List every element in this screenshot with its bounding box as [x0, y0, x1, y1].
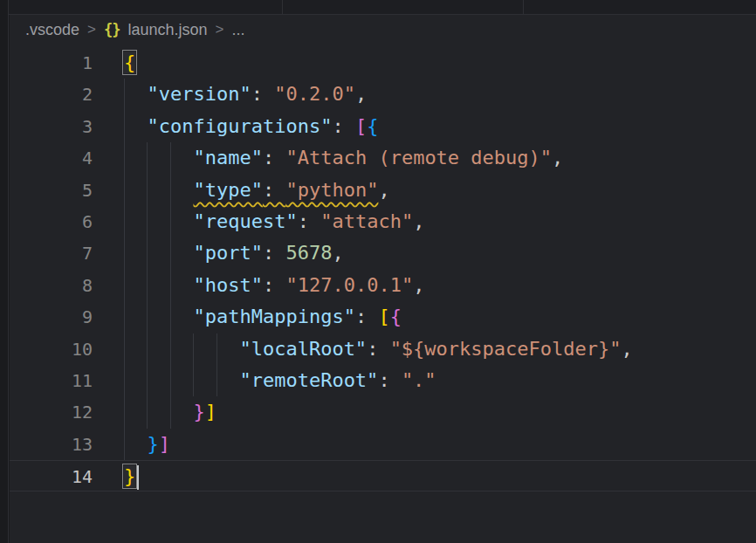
code-token: : — [263, 274, 286, 296]
code-token: [ — [378, 306, 389, 327]
line-number[interactable]: 8 — [10, 270, 93, 301]
code-line-text[interactable]: }] — [93, 396, 216, 428]
line-number[interactable]: 14 — [10, 461, 93, 491]
line-number[interactable]: 4 — [10, 142, 93, 174]
code-token: ] — [159, 433, 170, 455]
code-line-text[interactable]: } — [93, 461, 139, 491]
code-token: : — [332, 115, 355, 137]
code-token: "attach" — [320, 210, 413, 232]
code-token: "name" — [193, 147, 262, 168]
code-token: "version" — [147, 83, 251, 105]
editor-pane: .vscode > {} launch.json > ... 1{2"versi… — [10, 15, 756, 543]
code-line-2[interactable]: 2"version": "0.2.0", — [10, 79, 756, 110]
indent-guide — [193, 333, 216, 365]
code-token: "localRoot" — [239, 338, 367, 360]
code-token: 5678 — [285, 242, 332, 264]
indent-guide — [170, 142, 193, 174]
code-line-14[interactable]: 14} — [10, 460, 756, 491]
code-token: , — [413, 210, 424, 232]
code-token: } — [147, 433, 158, 455]
indent-guide — [170, 175, 193, 206]
code-line-3[interactable]: 3"configurations": [{ — [10, 111, 756, 142]
code-token: , — [355, 83, 367, 105]
code-line-text[interactable]: "type": "python", — [93, 175, 390, 206]
line-number[interactable]: 11 — [10, 365, 93, 396]
matched-bracket: } — [124, 465, 135, 487]
indent-guide — [124, 396, 147, 428]
warning-squiggle: "type": "python" — [193, 179, 378, 201]
code-token: : — [263, 242, 286, 264]
line-number[interactable]: 9 — [10, 301, 93, 333]
chevron-right-icon: > — [87, 21, 96, 38]
vscode-window: { "window": { "tabbar_dividers_x": [313,… — [0, 0, 756, 543]
code-token: { — [367, 115, 378, 137]
code-line-1[interactable]: 1{ — [10, 47, 756, 79]
code-line-text[interactable]: { — [93, 47, 135, 79]
code-line-13[interactable]: 13}] — [10, 429, 756, 460]
indent-guide — [147, 206, 169, 237]
indent-guide — [147, 175, 169, 206]
indent-guide — [124, 111, 147, 142]
code-token: [ — [355, 115, 367, 137]
indent-guide — [124, 206, 147, 237]
line-number[interactable]: 1 — [10, 47, 93, 79]
code-line-11[interactable]: 11"remoteRoot": "." — [10, 365, 756, 396]
code-line-text[interactable]: "request": "attach", — [93, 206, 424, 237]
code-line-text[interactable]: "version": "0.2.0", — [93, 79, 367, 110]
line-number[interactable]: 5 — [10, 175, 93, 206]
code-line-text[interactable]: "port": 5678, — [93, 237, 344, 269]
breadcrumb-item-vscode[interactable]: .vscode — [25, 21, 79, 39]
indent-guide — [124, 333, 147, 365]
code-line-text[interactable]: "remoteRoot": "." — [93, 365, 436, 396]
line-number[interactable]: 7 — [10, 237, 93, 269]
code-token: "127.0.0.1" — [285, 274, 413, 296]
code-token: : — [263, 179, 286, 201]
code-token: "host" — [193, 274, 262, 296]
code-token: "${workspaceFolder}" — [390, 338, 622, 360]
code-line-4[interactable]: 4"name": "Attach (remote debug)", — [10, 142, 756, 174]
code-token: : — [263, 147, 286, 168]
code-line-text[interactable]: }] — [93, 429, 170, 460]
line-number[interactable]: 6 — [10, 206, 93, 237]
indent-guide — [170, 365, 193, 396]
code-line-text[interactable]: "host": "127.0.0.1", — [93, 270, 424, 301]
code-token: "remoteRoot" — [239, 369, 378, 391]
code-line-5[interactable]: 5"type": "python", — [10, 175, 756, 206]
line-number[interactable]: 10 — [10, 333, 93, 365]
code-token: : — [378, 369, 402, 391]
code-token: "configurations" — [147, 115, 332, 137]
indent-guide — [170, 333, 193, 365]
code-editor[interactable]: 1{2"version": "0.2.0",3"configurations":… — [10, 47, 756, 491]
breadcrumb-item-launch-json[interactable]: launch.json — [127, 21, 207, 39]
code-line-text[interactable]: "localRoot": "${workspaceFolder}", — [93, 333, 633, 365]
code-token: "pathMappings" — [193, 306, 354, 327]
line-number[interactable]: 3 — [10, 111, 93, 142]
line-number[interactable]: 13 — [10, 429, 93, 460]
indent-guide — [124, 429, 147, 460]
indent-guide — [147, 270, 169, 301]
code-line-10[interactable]: 10"localRoot": "${workspaceFolder}", — [10, 333, 756, 365]
indent-guide — [124, 79, 147, 110]
code-line-text[interactable]: "pathMappings": [{ — [93, 301, 402, 333]
breadcrumb-item-more[interactable]: ... — [231, 21, 244, 39]
code-line-9[interactable]: 9"pathMappings": [{ — [10, 301, 756, 333]
editor-left-margin — [0, 0, 9, 543]
code-line-text[interactable]: "configurations": [{ — [93, 111, 378, 142]
matched-bracket: { — [124, 52, 135, 73]
code-line-7[interactable]: 7"port": 5678, — [10, 237, 756, 269]
code-line-12[interactable]: 12}] — [10, 396, 756, 428]
line-number[interactable]: 12 — [10, 396, 93, 428]
code-line-6[interactable]: 6"request": "attach", — [10, 206, 756, 237]
indent-guide — [124, 142, 147, 174]
code-token: , — [378, 179, 389, 201]
code-token: "." — [402, 369, 436, 391]
code-line-text[interactable]: "name": "Attach (remote debug)", — [93, 142, 563, 174]
code-line-8[interactable]: 8"host": "127.0.0.1", — [10, 270, 756, 301]
indent-guide — [170, 237, 193, 269]
indent-guide — [193, 365, 216, 396]
code-token: , — [552, 147, 563, 168]
indent-guide — [147, 396, 169, 428]
code-token: "type" — [193, 179, 262, 201]
line-number[interactable]: 2 — [10, 79, 93, 110]
editor-tab-bar — [9, 0, 756, 15]
